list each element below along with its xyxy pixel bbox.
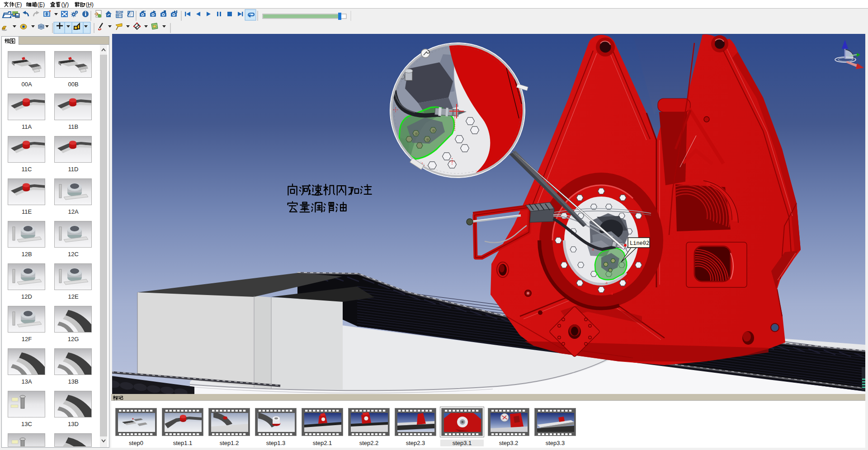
svg-text:(V): (V)	[61, 1, 69, 8]
svg-text:Line02: Line02	[630, 240, 649, 247]
svg-text:(E): (E)	[38, 1, 45, 8]
svg-text:BOM: BOM	[116, 10, 123, 14]
svg-text:(F): (F)	[15, 1, 22, 8]
svg-text:(H): (H)	[86, 1, 94, 8]
